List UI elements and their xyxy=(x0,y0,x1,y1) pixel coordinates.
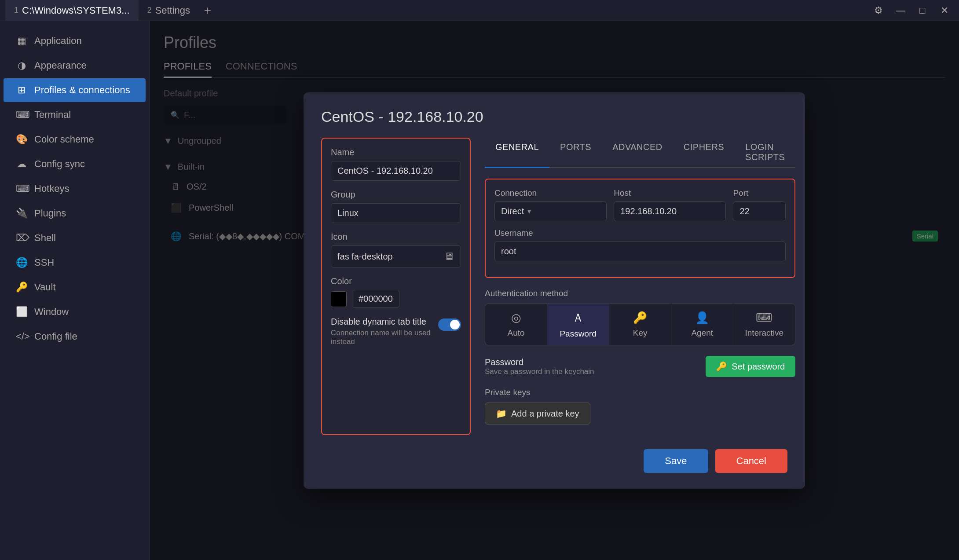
private-keys-section: Private keys 📁 Add a private key xyxy=(485,388,795,425)
port-input[interactable] xyxy=(733,201,786,221)
window-icon: ⬜ xyxy=(16,306,27,318)
host-input[interactable] xyxy=(614,201,726,221)
sidebar-item-hotkeys[interactable]: ⌨ Hotkeys xyxy=(4,177,146,201)
sidebar-item-label: Appearance xyxy=(34,60,87,71)
tab-advanced[interactable]: ADVANCED xyxy=(602,138,673,168)
sidebar: ▦ Application ◑ Appearance ⊞ Profiles & … xyxy=(0,21,150,560)
tab-settings[interactable]: 2 Settings xyxy=(139,0,199,21)
password-row: Password Save a password in the keychain… xyxy=(485,356,795,377)
name-group: Name xyxy=(331,147,461,181)
connection-dropdown[interactable]: Direct ▾ xyxy=(494,201,607,221)
username-input[interactable] xyxy=(494,242,786,261)
auth-agent[interactable]: 👤 Agent xyxy=(671,304,733,345)
sidebar-item-window[interactable]: ⬜ Window xyxy=(4,300,146,324)
auto-icon: ◎ xyxy=(511,311,521,325)
config-file-icon: </> xyxy=(16,331,27,342)
sidebar-item-label: Plugins xyxy=(34,208,66,219)
modal-left-panel: Name Group Icon fas fa-desktop 🖥 xyxy=(321,138,471,435)
key-icon: 🔑 xyxy=(633,311,647,325)
auth-method-label: Authentication method xyxy=(485,289,795,298)
cancel-button[interactable]: Cancel xyxy=(715,449,787,473)
config-sync-icon: ☁ xyxy=(16,158,27,170)
sidebar-item-label: SSH xyxy=(34,257,54,268)
auth-auto-label: Auto xyxy=(507,328,524,338)
auth-interactive[interactable]: ⌨ Interactive xyxy=(733,304,795,345)
sidebar-item-config-file[interactable]: </> Config file xyxy=(4,325,146,348)
private-keys-label: Private keys xyxy=(485,388,795,397)
color-scheme-icon: 🎨 xyxy=(16,134,27,145)
sidebar-item-plugins[interactable]: 🔌 Plugins xyxy=(4,201,146,225)
add-key-label: Add a private key xyxy=(511,409,579,419)
toggle-knob xyxy=(450,320,460,329)
main-layout: ▦ Application ◑ Appearance ⊞ Profiles & … xyxy=(0,21,959,560)
username-label: Username xyxy=(494,228,786,238)
sidebar-item-shell[interactable]: ⌦ Shell xyxy=(4,226,146,250)
icon-selector[interactable]: fas fa-desktop 🖥 xyxy=(331,245,461,267)
group-input[interactable] xyxy=(331,203,461,223)
password-icon: Ａ xyxy=(572,310,584,326)
sidebar-item-config-sync[interactable]: ☁ Config sync xyxy=(4,152,146,176)
sidebar-item-label: Hotkeys xyxy=(34,183,69,194)
tab-ports[interactable]: PORTS xyxy=(549,138,602,168)
sidebar-item-label: Profiles & connections xyxy=(34,84,130,96)
vault-icon: 🔑 xyxy=(16,282,27,293)
tab-login-scripts[interactable]: LOGIN SCRIPTS xyxy=(735,138,795,168)
appearance-icon: ◑ xyxy=(16,60,27,71)
sidebar-item-application[interactable]: ▦ Application xyxy=(4,29,146,53)
sidebar-item-label: Application xyxy=(34,35,82,47)
group-label: Group xyxy=(331,190,461,200)
content-area: Profiles PROFILES CONNECTIONS Default pr… xyxy=(150,21,959,560)
color-section: Color #000000 xyxy=(331,276,461,308)
sidebar-item-ssh[interactable]: 🌐 SSH xyxy=(4,251,146,275)
color-swatch[interactable] xyxy=(331,291,347,307)
settings-button[interactable]: ⚙ xyxy=(869,1,888,20)
auth-password[interactable]: Ａ Password xyxy=(547,304,609,345)
name-label: Name xyxy=(331,147,461,157)
color-label: Color xyxy=(331,276,461,286)
port-field: Port xyxy=(733,188,786,221)
password-title: Password xyxy=(485,357,594,367)
icon-value: fas fa-desktop xyxy=(337,252,393,262)
modal-body: Name Group Icon fas fa-desktop 🖥 xyxy=(321,138,787,435)
connection-box: Connection Direct ▾ Host xyxy=(485,179,795,278)
close-button[interactable]: ✕ xyxy=(935,1,954,20)
auth-key[interactable]: 🔑 Key xyxy=(609,304,671,345)
auth-interactive-label: Interactive xyxy=(745,328,784,338)
sidebar-item-label: Shell xyxy=(34,232,56,244)
toggle-switch[interactable] xyxy=(438,318,461,331)
dynamic-tab-section: Disable dynamic tab title Connection nam… xyxy=(331,317,461,346)
maximize-button[interactable]: □ xyxy=(913,1,932,20)
color-row: #000000 xyxy=(331,290,461,308)
add-key-button[interactable]: 📁 Add a private key xyxy=(485,403,590,425)
application-icon: ▦ xyxy=(16,35,27,47)
toggle-desc: Connection name will be used instead xyxy=(331,329,431,346)
name-input[interactable] xyxy=(331,161,461,181)
tab-terminal[interactable]: 1 C:\Windows\SYSTEM3... xyxy=(5,0,139,21)
sidebar-item-terminal[interactable]: ⌨ Terminal xyxy=(4,103,146,127)
tab-ciphers[interactable]: CIPHERS xyxy=(673,138,735,168)
chevron-down-icon: ▾ xyxy=(527,207,531,216)
sidebar-item-appearance[interactable]: ◑ Appearance xyxy=(4,54,146,77)
username-row: Username xyxy=(494,228,786,261)
plugins-icon: 🔌 xyxy=(16,208,27,219)
auth-auto[interactable]: ◎ Auto xyxy=(485,304,547,345)
icon-group: Icon fas fa-desktop 🖥 xyxy=(331,232,461,267)
save-button[interactable]: Save xyxy=(644,449,708,473)
minimize-button[interactable]: — xyxy=(891,1,910,20)
auth-password-label: Password xyxy=(560,329,596,339)
sidebar-item-vault[interactable]: 🔑 Vault xyxy=(4,275,146,299)
sidebar-item-label: Vault xyxy=(34,282,56,293)
titlebar: 1 C:\Windows\SYSTEM3... 2 Settings + ⚙ —… xyxy=(0,0,959,21)
sidebar-item-label: Terminal xyxy=(34,109,71,121)
set-password-button[interactable]: 🔑 Set password xyxy=(706,356,795,377)
color-value: #000000 xyxy=(352,290,399,308)
password-desc: Save a password in the keychain xyxy=(485,367,594,376)
modal-title: CentOS - 192.168.10.20 xyxy=(321,108,787,125)
tab-general[interactable]: GENERAL xyxy=(485,138,549,168)
sidebar-item-profiles[interactable]: ⊞ Profiles & connections xyxy=(4,78,146,102)
add-tab-button[interactable]: + xyxy=(199,2,216,19)
sidebar-item-color-scheme[interactable]: 🎨 Color scheme xyxy=(4,128,146,151)
password-section: Password Save a password in the keychain… xyxy=(485,356,795,377)
connection-label: Connection xyxy=(494,188,607,198)
port-label: Port xyxy=(733,188,786,198)
